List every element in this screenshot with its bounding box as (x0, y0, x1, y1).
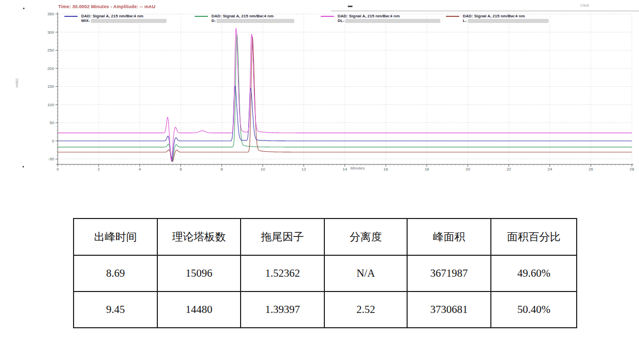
table-header-row: 出峰时间 理论塔板数 拖尾因子 分离度 峰面积 面积百分比 (74, 219, 577, 255)
gridlines (58, 14, 632, 165)
resolution-value: 2.52 (324, 292, 407, 328)
y-tick-label: 150 (48, 84, 55, 89)
y-tick-label: 350 (48, 12, 55, 16)
area-percent-value: 49.60% (491, 255, 577, 292)
y-tick-label: 200 (48, 66, 55, 71)
redacted-sample-id (91, 19, 167, 23)
retention-time-value: 9.45 (74, 292, 157, 328)
legend-line-swatch (321, 16, 334, 17)
tailing-factor-value: 1.52362 (241, 255, 324, 292)
legend-entry-dl: DAD: Signal A, 215 nm/Bw:4 nm DL- (321, 14, 440, 23)
x-tick-label: 18 (424, 167, 429, 172)
column-header-peak-area: 峰面积 (407, 219, 491, 255)
legend-signal-label: DAD: Signal A, 215 nm/Bw:4 nm (211, 14, 274, 18)
legend-entry-d: DAD: Signal A, 215 nm/Bw:4 nm D- (195, 14, 294, 23)
tailing-factor-value: 1.39397 (241, 292, 324, 328)
x-tick-label: 8 (221, 167, 223, 172)
page: Time: 30.0002 Minutes - Amplitude: -- mA… (0, 0, 639, 364)
x-tick-label: 28 (630, 167, 634, 172)
table-row-peak-1: 8.69 15096 1.52362 N/A 3671987 49.60% (74, 255, 577, 292)
legend-entry-mix: DAD: Signal A, 215 nm/Bw:4 nm MIX- (64, 14, 167, 23)
x-tick-label: 2 (98, 167, 100, 172)
x-tick-label: 24 (548, 167, 552, 172)
x-tick-label: 0 (57, 167, 59, 172)
legend-entry-l: DAD: Signal A, 215 nm/Bw:4 nm L- (446, 14, 549, 23)
theoretical-plates-value: 15096 (157, 255, 241, 292)
retention-time-value: 8.69 (74, 255, 157, 292)
legend-sample-label: L- (463, 18, 467, 23)
x-axis-title: Minutes (337, 166, 378, 171)
legend-signal-label: DAD: Signal A, 215 nm/Bw:4 nm (81, 14, 144, 18)
theoretical-plates-value: 14480 (157, 292, 241, 328)
y-tick-label: 100 (48, 103, 55, 107)
table-row-peak-2: 9.45 14480 1.39397 2.52 3730681 50.40% (74, 292, 577, 328)
legend-line-swatch (64, 16, 78, 17)
legend-line-swatch (446, 16, 459, 17)
legend-sample-label: DL- (338, 18, 344, 23)
column-header-tailing-factor: 拖尾因子 (241, 219, 324, 255)
x-tick-label: 16 (384, 167, 388, 172)
y-tick-label: 300 (48, 30, 55, 35)
y-axis-title: mAU (14, 79, 19, 88)
x-tick-label: 6 (180, 167, 182, 172)
x-tick-label: 4 (138, 167, 141, 172)
y-tick-label: 250 (48, 48, 55, 53)
axes (56, 12, 634, 167)
x-tick-label: 26 (588, 167, 593, 172)
tick-labels: 0246810121416182022242628-50050100150200… (48, 12, 634, 171)
redacted-sample-id (468, 19, 549, 23)
column-header-resolution: 分离度 (324, 219, 407, 255)
peak-results-table: 出峰时间 理论塔板数 拖尾因子 分离度 峰面积 面积百分比 8.69 15096… (73, 218, 577, 328)
trace-L (58, 37, 632, 161)
y-tick-label: 50 (50, 120, 54, 125)
x-tick-label: 10 (261, 167, 265, 172)
redacted-sample-id (217, 19, 294, 23)
y-tick-label: 0 (52, 139, 55, 143)
legend-sample-label: D- (211, 18, 216, 23)
redacted-sample-id (345, 19, 440, 23)
x-tick-label: 20 (465, 167, 470, 172)
legend-signal-label: DAD: Signal A, 215 nm/Bw:4 nm (338, 14, 400, 18)
legend-line-swatch (195, 16, 208, 17)
legend-signal-label: DAD: Signal A, 215 nm/Bw:4 nm (463, 14, 525, 18)
area-percent-value: 50.40% (491, 292, 577, 328)
peak-area-value: 3671987 (407, 255, 491, 292)
y-tick-label: -50 (48, 157, 54, 161)
x-tick-label: 22 (507, 167, 511, 172)
trace-MIX (58, 86, 632, 161)
x-tick-label: 12 (301, 167, 306, 172)
resolution-value: N/A (324, 255, 407, 292)
column-header-theoretical-plates: 理论塔板数 (157, 219, 241, 255)
peak-area-value: 3730681 (407, 292, 491, 328)
column-header-area-percent: 面积百分比 (491, 219, 577, 255)
column-header-retention-time: 出峰时间 (74, 219, 157, 255)
chromatogram-plot: 0246810121416182022242628-50050100150200… (0, 0, 639, 176)
legend-sample-label: MIX- (81, 18, 90, 23)
